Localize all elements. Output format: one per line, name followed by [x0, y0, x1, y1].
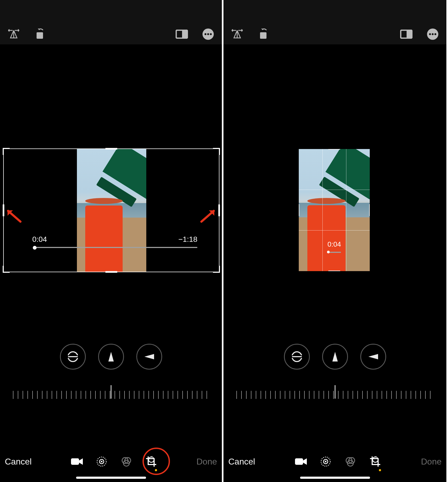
playback-scrubber[interactable] — [33, 247, 197, 248]
annotation-arrow-right — [200, 207, 216, 223]
done-button[interactable]: Done — [421, 457, 442, 467]
dial-center-mark — [335, 385, 335, 399]
perspective-controls — [0, 344, 222, 370]
playhead[interactable] — [33, 246, 37, 250]
video-preview[interactable] — [77, 149, 146, 272]
active-tab-indicator — [155, 469, 157, 471]
cancel-button[interactable]: Cancel — [5, 457, 32, 467]
crop-handle-top-right[interactable] — [364, 149, 370, 155]
grid-line — [299, 190, 370, 190]
crop-handle-right[interactable] — [218, 204, 220, 216]
crop-handle-bottom-left[interactable] — [299, 265, 305, 271]
filters-tab-icon[interactable] — [344, 456, 356, 467]
rotation-dial[interactable] — [236, 389, 433, 400]
rotation-dial[interactable] — [13, 389, 209, 400]
horizontal-perspective-button[interactable] — [360, 344, 386, 370]
svg-rect-19 — [407, 30, 412, 38]
filters-tab-icon[interactable] — [120, 456, 132, 467]
svg-rect-10 — [71, 458, 79, 465]
rotate-icon[interactable] — [257, 27, 270, 41]
annotation-arrow-left — [6, 207, 22, 223]
grid-line — [322, 149, 323, 271]
cancel-button[interactable]: Cancel — [228, 457, 255, 467]
elapsed-time-label: 0:04 — [32, 235, 47, 244]
rotate-icon[interactable] — [33, 27, 47, 41]
phone-screenshot-right: 0:04 Cancel — [223, 0, 446, 482]
dial-center-mark — [111, 385, 111, 399]
crop-top-toolbar — [223, 25, 446, 44]
crop-handle-top-right[interactable] — [213, 148, 220, 155]
playback-scrubber[interactable] — [328, 252, 341, 253]
adjust-tab-icon[interactable] — [96, 456, 108, 467]
flip-horizontal-icon[interactable] — [7, 27, 20, 41]
svg-point-6 — [210, 33, 212, 35]
grid-line — [299, 230, 370, 231]
vertical-perspective-button[interactable] — [98, 344, 124, 370]
svg-rect-17 — [260, 32, 266, 39]
svg-point-22 — [432, 33, 434, 35]
crop-handle-top[interactable] — [105, 148, 117, 150]
crop-frame[interactable]: 0:04 −1:18 — [3, 148, 219, 272]
editor-bottom-bar: Cancel Done — [223, 452, 446, 471]
svg-point-30 — [325, 461, 326, 462]
aspect-ratio-icon[interactable] — [175, 27, 189, 41]
horizontal-perspective-button[interactable] — [136, 344, 162, 370]
svg-rect-2 — [182, 30, 187, 38]
straighten-button[interactable] — [284, 344, 310, 370]
crop-handle-bottom-right[interactable] — [364, 265, 370, 271]
vertical-perspective-button[interactable] — [322, 344, 348, 370]
more-options-icon[interactable] — [201, 27, 215, 41]
crop-tab-icon[interactable] — [369, 456, 381, 467]
svg-point-5 — [207, 33, 209, 35]
active-tab-indicator — [379, 469, 381, 471]
svg-point-21 — [429, 33, 431, 35]
editor-bottom-bar: Cancel Done — [0, 452, 222, 471]
svg-point-23 — [435, 33, 436, 35]
done-button[interactable]: Done — [196, 457, 217, 467]
crop-top-toolbar — [0, 25, 222, 44]
crop-handle-bottom[interactable] — [328, 271, 340, 271]
svg-rect-0 — [37, 32, 43, 39]
phone-screenshot-left: 0:04 −1:18 — [0, 0, 223, 482]
crop-handle-top-left[interactable] — [3, 148, 10, 155]
crop-handle-top[interactable] — [328, 149, 340, 150]
svg-rect-27 — [295, 458, 303, 465]
home-indicator[interactable] — [300, 477, 370, 479]
crop-frame[interactable]: 0:04 — [299, 149, 370, 271]
crop-tab-icon[interactable] — [145, 456, 157, 467]
crop-handle-left[interactable] — [3, 204, 4, 216]
remaining-time-label: −1:18 — [178, 235, 197, 244]
svg-point-4 — [205, 33, 207, 35]
crop-handle-bottom-right[interactable] — [213, 266, 220, 273]
aspect-ratio-icon[interactable] — [400, 27, 413, 41]
grid-line — [346, 149, 346, 271]
flip-horizontal-icon[interactable] — [230, 27, 244, 41]
perspective-controls — [223, 344, 446, 370]
elapsed-time-label: 0:04 — [328, 240, 341, 249]
svg-point-13 — [101, 461, 102, 462]
video-tab-icon[interactable] — [295, 456, 307, 467]
crop-handle-left[interactable] — [299, 204, 299, 216]
crop-handle-top-left[interactable] — [299, 149, 305, 155]
more-options-icon[interactable] — [426, 27, 439, 41]
video-tab-icon[interactable] — [71, 456, 83, 467]
crop-handle-bottom-left[interactable] — [3, 266, 10, 273]
home-indicator[interactable] — [76, 477, 146, 479]
crop-handle-bottom[interactable] — [105, 271, 117, 273]
adjust-tab-icon[interactable] — [320, 456, 332, 467]
straighten-button[interactable] — [60, 344, 86, 370]
crop-handle-right[interactable] — [369, 204, 370, 216]
